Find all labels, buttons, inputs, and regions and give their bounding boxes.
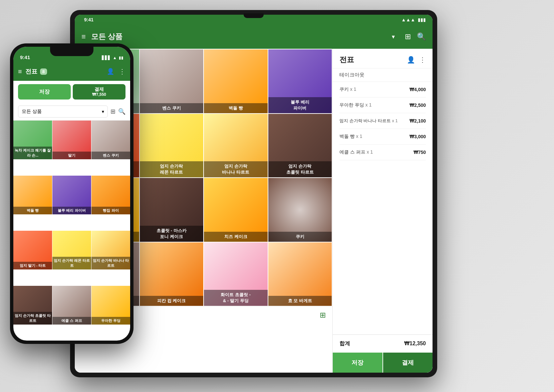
tablet-status-icons: ▲▲▲ ▮▮▮ bbox=[401, 17, 426, 22]
phone-save-button[interactable]: 저장 bbox=[18, 84, 71, 100]
product-label: 효 모 바게트 bbox=[268, 296, 332, 306]
phone-product-grid: 녹차 케이크 쐐기를 잘라 손... 딸기 벤스 쿠키 벽돌 빵 블루 베리 파… bbox=[13, 121, 130, 341]
phone-badge: 8 bbox=[40, 68, 47, 75]
product-label: 엄지 손가락 레몬 타르트 bbox=[52, 257, 91, 269]
list-item[interactable]: 엄지 손가락 레몬 타르트 bbox=[52, 231, 91, 269]
tablet-wifi-icon: ▲▲▲ bbox=[401, 17, 415, 22]
list-item[interactable]: 에클 스 퍼프 bbox=[52, 286, 91, 325]
product-label: 엄지 손가락 바나나 타르트 bbox=[91, 257, 130, 269]
list-item[interactable]: 블루 베리 파이버 bbox=[268, 49, 332, 113]
cart-header: 전표 👤 ⋮ bbox=[333, 49, 433, 68]
table-row: 쿠키 x 1 ₩4,000 bbox=[339, 82, 426, 97]
add-customer-icon[interactable]: 👤 bbox=[407, 56, 415, 64]
phone-notch bbox=[50, 47, 93, 56]
product-label: 치즈 케이크 bbox=[204, 232, 268, 242]
tablet-header: ≡ 모든 상품 ▾ ⊞ 🔍 bbox=[75, 25, 433, 49]
tablet-title: 모든 상품 bbox=[91, 32, 392, 42]
phone-screen: 9:41 ▋▋▋ ▲ ▮▮ ≡ 전표 8 👤 ⋮ bbox=[13, 47, 130, 341]
phone-status-icons: ▋▋▋ ▲ ▮▮ bbox=[102, 55, 123, 60]
phone-header: ≡ 전표 8 👤 ⋮ bbox=[13, 62, 130, 81]
total-label: 합계 bbox=[339, 340, 350, 347]
cart-item-name: 우아한 푸딩 x 1 bbox=[339, 102, 409, 108]
table-row: 벽돌 빵 x 1 ₩3,000 bbox=[339, 129, 426, 145]
product-label: 벽돌 빵 bbox=[204, 103, 268, 113]
list-item[interactable]: 벽돌 빵 bbox=[13, 176, 52, 214]
product-label: 빵집 파이 bbox=[91, 207, 130, 214]
product-label: 녹차 케이크 쐐기를 잘라 손... bbox=[13, 147, 52, 159]
table-row: 우아한 푸딩 x 1 ₩2,500 bbox=[339, 97, 426, 113]
table-row: 엄지 손가락 바나나 타르트 x 1 ₩2,100 bbox=[339, 113, 426, 129]
table-row: 에클 스 퍼프 x 1 ₩750 bbox=[339, 145, 426, 160]
phone-barcode-icon[interactable]: ⊞ bbox=[110, 108, 115, 115]
cart-item-name: 엄지 손가락 바나나 타르트 x 1 bbox=[339, 118, 409, 124]
product-label: 벽돌 빵 bbox=[13, 207, 52, 214]
phone-menu-icon[interactable]: ≡ bbox=[18, 68, 22, 75]
list-item[interactable]: 엄지 딸기 - 타트 bbox=[13, 231, 52, 269]
phone-filter-bar: 모든 상품 ▾ ⊞ 🔍 bbox=[13, 103, 130, 121]
tablet-time: 9:41 bbox=[84, 17, 93, 22]
product-label: 에클 스 퍼프 bbox=[52, 317, 91, 325]
grid-view-icon[interactable]: ⊞ bbox=[320, 311, 326, 320]
list-item[interactable]: 효 모 바게트 bbox=[268, 242, 332, 306]
phone-checkout-button[interactable]: 결제 ₩7,550 bbox=[73, 84, 125, 100]
list-item[interactable]: 블루 베리 파이버 bbox=[52, 176, 91, 214]
list-item[interactable]: 벤스 쿠키 bbox=[91, 121, 130, 159]
product-label: 우아한 푸딩 bbox=[91, 317, 130, 325]
list-item[interactable]: 빵집 파이 bbox=[91, 176, 130, 214]
tablet-camera bbox=[244, 13, 264, 18]
list-item[interactable]: 녹차 케이크 쐐기를 잘라 손... bbox=[13, 121, 52, 159]
cart-total: 합계 ₩12,350 bbox=[333, 334, 433, 353]
phone-more-icon[interactable]: ⋮ bbox=[119, 67, 125, 75]
product-label: 벤스 쿠키 bbox=[140, 103, 204, 113]
phone-search-icon[interactable]: 🔍 bbox=[118, 108, 125, 115]
product-label: 피칸 컵 케이크 bbox=[140, 296, 204, 306]
phone-wifi-icon: ▲ bbox=[113, 55, 117, 60]
cart-item-name: 벽돌 빵 x 1 bbox=[339, 134, 409, 140]
tablet-barcode-icon[interactable]: ⊞ bbox=[405, 32, 411, 41]
tablet-search-icon[interactable]: 🔍 bbox=[417, 32, 426, 41]
phone-action-bar: 저장 결제 ₩7,550 bbox=[13, 81, 130, 103]
more-options-icon[interactable]: ⋮ bbox=[419, 56, 426, 64]
product-label: 쿠키 bbox=[268, 232, 332, 242]
total-price: ₩12,350 bbox=[404, 340, 426, 347]
list-item[interactable]: 엄지 손가락 바나나 타르트 bbox=[91, 231, 130, 269]
save-button[interactable]: 저장 bbox=[333, 353, 382, 373]
tablet-cart: 전표 👤 ⋮ 테이크아웃 쿠키 x 1 ₩4,000 우아 bbox=[332, 49, 433, 373]
checkout-price: ₩7,550 bbox=[92, 92, 106, 97]
list-item[interactable]: 쿠키 bbox=[268, 178, 332, 242]
checkout-button[interactable]: 결제 bbox=[383, 353, 433, 373]
cart-item-price: ₩3,000 bbox=[409, 134, 426, 139]
list-item[interactable]: 초콜릿 - 마스카 포니 케이크 bbox=[140, 178, 204, 242]
phone-battery-icon: ▮▮ bbox=[119, 55, 123, 60]
list-item[interactable]: 피칸 컵 케이크 bbox=[140, 242, 204, 306]
list-item[interactable]: 엄지 손가락 초콜릿 타르트 bbox=[268, 114, 332, 178]
list-item[interactable]: 엄지 손가락 레몬 타르트 bbox=[140, 114, 204, 178]
list-item[interactable]: 엄지 손가락 초콜릿 타르트 bbox=[13, 286, 52, 325]
cart-item-price: ₩2,500 bbox=[409, 103, 426, 108]
product-label: 엄지 손가락 초콜릿 타르트 bbox=[13, 312, 52, 325]
cart-item-price: ₩2,100 bbox=[409, 118, 426, 124]
list-item[interactable]: 딸기 bbox=[52, 121, 91, 159]
list-item[interactable]: 화이트 초콜릿 - & - 딸기 푸딩 bbox=[204, 242, 268, 306]
list-item[interactable]: 엄지 손가락 바나나 타르트 bbox=[204, 114, 268, 178]
cart-header-icons: 👤 ⋮ bbox=[407, 56, 426, 64]
cart-item-price: ₩750 bbox=[413, 150, 426, 155]
list-item[interactable]: 벤스 쿠키 bbox=[140, 49, 204, 113]
tablet-menu-icon[interactable]: ≡ bbox=[81, 32, 86, 41]
product-label: 엄지 딸기 - 타트 bbox=[13, 262, 52, 269]
product-label: 딸기 bbox=[52, 152, 91, 159]
phone-device: 9:41 ▋▋▋ ▲ ▮▮ ≡ 전표 8 👤 ⋮ bbox=[10, 43, 133, 344]
product-label: 벤스 쿠키 bbox=[91, 152, 130, 159]
list-item[interactable]: 우아한 푸딩 bbox=[91, 286, 130, 325]
phone-add-customer-icon[interactable]: 👤 bbox=[107, 68, 114, 75]
list-item[interactable]: 벽돌 빵 bbox=[204, 49, 268, 113]
cart-item-price: ₩4,000 bbox=[409, 87, 426, 92]
category-filter[interactable]: 모든 상품 ▾ bbox=[18, 106, 108, 118]
tablet-dropdown-icon[interactable]: ▾ bbox=[392, 33, 395, 40]
product-label: 초콜릿 - 마스카 포니 케이크 bbox=[140, 226, 204, 242]
product-label: 화이트 초콜릿 - & - 딸기 푸딩 bbox=[204, 290, 268, 306]
cart-title: 전표 bbox=[339, 55, 354, 65]
product-label: 엄지 손가락 초콜릿 타르트 bbox=[268, 161, 332, 177]
list-item[interactable]: 치즈 케이크 bbox=[204, 178, 268, 242]
cart-item-name: 쿠키 x 1 bbox=[339, 86, 409, 92]
